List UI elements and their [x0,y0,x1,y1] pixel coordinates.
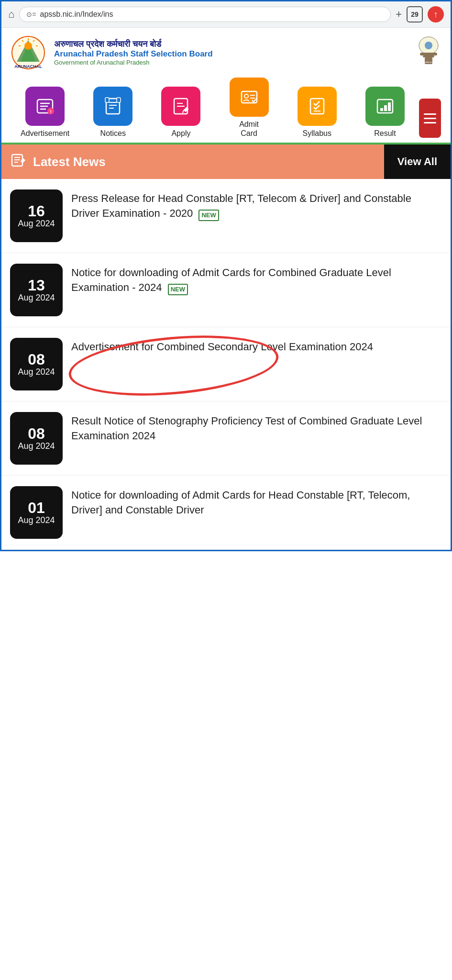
svg-rect-13 [423,56,434,57]
date-day: 16 [28,203,45,219]
advertisement-label: Advertisement [21,129,69,138]
svg-line-31 [183,110,184,113]
nav-item-admit-card[interactable]: AdmitCard [215,78,283,138]
date-badge: 08 Aug 2024 [10,338,63,390]
url-text: apssb.nic.in/Index/ins [40,10,384,19]
admit-card-label: AdmitCard [239,120,259,138]
news-text: Notice for downloading of Admit Cards fo… [71,486,442,518]
date-day: 01 [28,500,45,515]
list-item[interactable]: 08 Aug 2024 Advertisement for Combined S… [1,327,451,401]
news-text: Press Release for Head Constable [RT, Te… [71,189,442,221]
admit-card-icon [230,78,269,117]
home-icon[interactable]: ⌂ [8,8,14,21]
apply-label: Apply [171,129,190,138]
svg-rect-26 [105,98,109,102]
notices-label: Notices [100,129,126,138]
new-tab-button[interactable]: + [396,8,402,21]
date-month-year: Aug 2024 [18,515,55,525]
hamburger-menu-button[interactable] [419,99,441,138]
svg-rect-36 [310,99,324,114]
latest-news-left: Latest News [1,145,384,179]
date-day: 08 [28,426,45,441]
advertisement-icon: ! [25,87,65,126]
nav-item-notices[interactable]: Notices [79,87,147,138]
svg-point-3 [24,42,32,50]
svg-point-33 [244,94,248,98]
hindi-title: अरुणाचल प्रदेश कर्मचारी चयन बोर्ड [54,39,408,49]
svg-rect-40 [384,105,387,111]
svg-text:!: ! [50,109,52,114]
syllabus-label: Syllabus [303,129,331,138]
new-badge: NEW [198,207,219,222]
news-text: Notice for downloading of Admit Cards fo… [71,264,442,295]
notif-icon: ↑ [434,10,438,20]
address-icon: ⊙= [26,11,36,18]
site-logo: ARUNACHAL [9,33,47,72]
browser-chrome: ⌂ ⊙= apssb.nic.in/Index/ins + 29 ↑ [1,1,451,28]
date-month-year: Aug 2024 [18,441,55,451]
svg-rect-27 [117,98,121,102]
header-top: ARUNACHAL अरुणाचल प्रदेश कर्मचारी चयन बो… [9,33,443,72]
list-item[interactable]: 16 Aug 2024 Press Release for Head Const… [1,179,451,253]
header-text: अरुणाचल प्रदेश कर्मचारी चयन बोर्ड Arunac… [54,39,408,66]
svg-rect-12 [420,53,437,56]
date-badge: 08 Aug 2024 [10,412,63,465]
tabs-count-badge[interactable]: 29 [407,6,423,22]
date-badge: 16 Aug 2024 [10,189,63,242]
latest-news-bar: Latest News View All [1,145,451,179]
svg-point-11 [425,42,432,49]
date-day: 08 [28,352,45,367]
address-bar[interactable]: ⊙= apssb.nic.in/Index/ins [19,7,391,22]
svg-rect-39 [380,108,383,111]
ashoka-emblem: सत्यमेव जयते [414,35,443,70]
view-all-button[interactable]: View All [384,145,451,179]
latest-news-title: Latest News [33,155,106,169]
syllabus-icon [298,87,337,126]
header-subtitle: Government of Arunachal Pradesh [54,59,408,66]
result-icon [365,87,405,126]
news-list: 16 Aug 2024 Press Release for Head Const… [1,179,451,550]
new-badge: NEW [168,281,188,296]
nav-item-syllabus[interactable]: Syllabus [283,87,351,138]
site-header: ARUNACHAL अरुणाचल प्रदेश कर्मचारी चयन बो… [1,28,451,145]
apply-icon [161,87,200,126]
nav-item-apply[interactable]: Apply [147,87,215,138]
nav-bar: ! Advertisement Notices [9,78,443,143]
nav-item-result[interactable]: Result [351,87,419,138]
news-text: Advertisement for Combined Secondary Lev… [71,338,442,355]
date-badge: 01 Aug 2024 [10,486,63,539]
news-icon [11,153,26,171]
notices-icon [93,87,132,126]
result-label: Result [374,129,396,138]
list-item[interactable]: 13 Aug 2024 Notice for downloading of Ad… [1,253,451,327]
english-title: Arunachal Pradesh Staff Selection Board [54,49,408,59]
nav-item-advertisement[interactable]: ! Advertisement [11,87,79,138]
date-badge: 13 Aug 2024 [10,264,63,316]
svg-rect-41 [388,102,391,111]
date-month-year: Aug 2024 [18,219,55,229]
date-month-year: Aug 2024 [18,293,55,303]
list-item[interactable]: 01 Aug 2024 Notice for downloading of Ad… [1,476,451,550]
list-item[interactable]: 08 Aug 2024 Result Notice of Stenography… [1,401,451,476]
date-day: 13 [28,278,45,293]
date-month-year: Aug 2024 [18,367,55,377]
hamburger-icon [424,113,436,123]
svg-text:ARUNACHAL: ARUNACHAL [14,64,42,69]
news-text: Result Notice of Stenography Proficiency… [71,412,442,444]
notification-button[interactable]: ↑ [428,6,444,22]
svg-text:सत्यमेव जयते: सत्यमेव जयते [422,61,434,64]
